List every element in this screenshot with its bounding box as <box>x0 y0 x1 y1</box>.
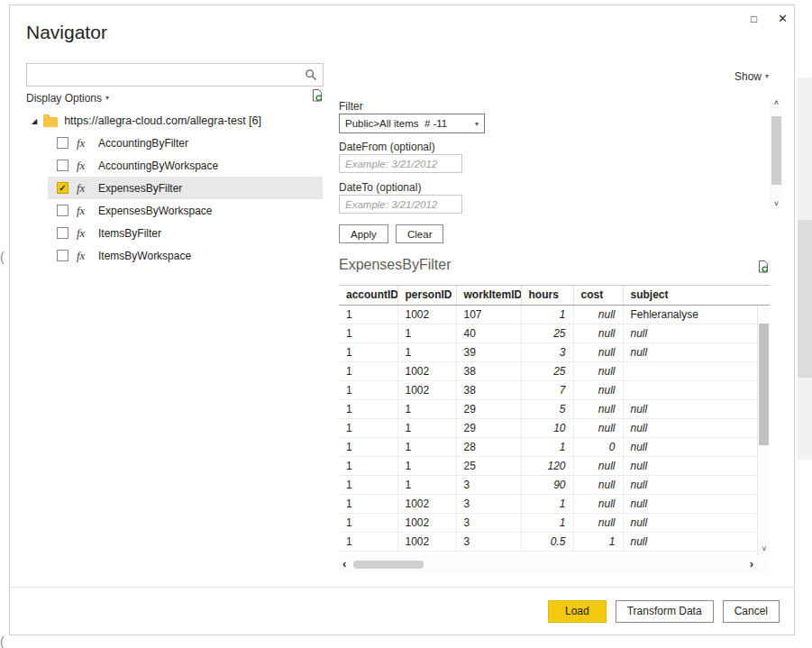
scroll-down-icon[interactable]: ˅ <box>770 199 783 208</box>
table-cell: 1 <box>339 324 397 342</box>
filter-scrollbar[interactable]: ˄ ˅ <box>770 98 783 208</box>
function-icon: fx <box>77 181 90 196</box>
dialog-footer: Load Transform Data Cancel <box>10 587 794 634</box>
display-options-dropdown[interactable]: Display Options▾ <box>26 92 109 105</box>
tree-item[interactable]: fxExpensesByWorkspace <box>48 199 323 222</box>
checkbox[interactable] <box>57 227 68 239</box>
chevron-down-icon: ▾ <box>475 120 479 128</box>
function-icon: fx <box>77 249 90 263</box>
table-cell: 1002 <box>397 513 456 532</box>
tree-item[interactable]: fxItemsByWorkspace <box>48 244 323 267</box>
cancel-button[interactable]: Cancel <box>723 600 780 623</box>
scrollbar-thumb[interactable] <box>771 116 781 185</box>
tree-item-label: ExpensesByWorkspace <box>98 205 213 217</box>
table-cell: null <box>573 380 623 399</box>
table-cell: 1 <box>339 380 397 399</box>
tree-item[interactable]: fxAccountingByWorkspace <box>48 154 323 177</box>
table-row: 11295nullnull <box>339 399 770 418</box>
checkbox[interactable]: ✓ <box>57 182 68 194</box>
table-cell: 1 <box>339 513 397 532</box>
tree-root[interactable]: ◢ https://allegra-cloud.com/allegra-test… <box>32 114 261 127</box>
tree-item[interactable]: fxAccountingByFilter <box>48 132 323 154</box>
table-cell: 7 <box>521 380 573 399</box>
table-row: 112910nullnull <box>339 418 770 437</box>
table-row: 1100230.51null <box>339 532 770 551</box>
table-cell: null <box>573 456 623 475</box>
table-cell: null <box>623 418 770 437</box>
table-row: 1100231nullnull <box>339 494 770 513</box>
search-input[interactable] <box>27 64 305 86</box>
table-cell: 107 <box>456 305 521 324</box>
function-icon: fx <box>77 136 90 151</box>
preview-table-container: accountIDpersonIDworkItemIDhourscostsubj… <box>339 285 770 556</box>
expander-icon[interactable]: ◢ <box>32 117 37 125</box>
tree-item-label: ItemsByWorkspace <box>98 250 191 262</box>
scroll-right-icon[interactable]: › <box>750 557 753 570</box>
minimize-icon[interactable]: □ <box>751 13 757 25</box>
table-row: 114025nullnull <box>339 324 770 342</box>
folder-icon <box>43 117 58 127</box>
table-cell: null <box>573 361 623 380</box>
checkbox[interactable] <box>57 250 68 261</box>
refresh-icon[interactable] <box>310 88 324 107</box>
dateto-field[interactable] <box>339 195 462 214</box>
refresh-icon[interactable] <box>756 260 771 278</box>
table-cell: null <box>623 513 770 532</box>
clear-button[interactable]: Clear <box>396 224 443 243</box>
table-cell: 29 <box>456 418 521 437</box>
scroll-left-icon[interactable]: ‹ <box>342 557 346 570</box>
table-cell: 28 <box>456 437 521 456</box>
table-cell: 1002 <box>397 305 456 324</box>
function-icon: fx <box>77 226 90 241</box>
column-header: personID <box>397 286 456 305</box>
checkbox[interactable] <box>57 137 68 149</box>
table-cell: null <box>623 475 770 494</box>
page-title: Navigator <box>26 22 107 43</box>
table-cell: 1 <box>521 513 573 532</box>
table-cell: 1 <box>521 437 573 456</box>
table-row: 110023825null <box>339 361 770 380</box>
column-header: subject <box>623 286 770 305</box>
datefrom-label: DateFrom (optional) <box>339 141 435 153</box>
preview-title: ExpensesByFilter <box>339 257 452 273</box>
table-cell <box>623 361 770 380</box>
load-button[interactable]: Load <box>548 600 607 623</box>
scroll-down-icon[interactable]: ˅ <box>758 544 771 553</box>
table-cell: 1 <box>521 494 573 513</box>
background-scrollbar-thumb <box>798 220 812 378</box>
table-cell: 1 <box>397 342 456 361</box>
checkbox[interactable] <box>57 205 68 216</box>
table-cell: null <box>573 324 623 342</box>
chevron-down-icon: ▾ <box>105 94 109 102</box>
column-header: hours <box>521 286 573 305</box>
dateto-label: DateTo (optional) <box>339 181 421 194</box>
table-cell: null <box>623 494 770 513</box>
table-cell: 39 <box>456 342 521 361</box>
filter-dropdown-value: Public>All items # -11 <box>345 118 447 129</box>
chevron-down-icon: ▾ <box>765 72 769 80</box>
close-icon[interactable]: ✕ <box>778 12 788 25</box>
scrollbar-thumb[interactable] <box>353 561 424 569</box>
apply-button[interactable]: Apply <box>339 224 388 243</box>
table-vertical-scrollbar[interactable]: ˅ <box>757 306 770 555</box>
tree-items: fxAccountingByFilterfxAccountingByWorksp… <box>48 132 323 267</box>
filter-dropdown[interactable]: Public>All items # -11 ▾ <box>339 114 485 133</box>
checkbox[interactable] <box>57 160 68 171</box>
table-cell: 90 <box>521 475 573 494</box>
table-cell: 40 <box>456 324 521 342</box>
table-cell: null <box>573 305 623 324</box>
table-cell: 1 <box>397 456 456 475</box>
show-dropdown[interactable]: Show▾ <box>734 70 769 83</box>
scroll-up-icon[interactable]: ˄ <box>770 98 783 107</box>
tree-item[interactable]: fxItemsByFilter <box>48 222 323 244</box>
table-cell: 3 <box>456 532 521 551</box>
table-cell: 1 <box>339 399 397 418</box>
search-icon[interactable] <box>305 68 323 81</box>
table-horizontal-scrollbar[interactable]: ‹ › <box>339 557 770 572</box>
scrollbar-thumb[interactable] <box>759 324 769 445</box>
table-cell: 1 <box>339 342 397 361</box>
transform-data-button[interactable]: Transform Data <box>616 600 714 623</box>
table-cell: null <box>573 342 623 361</box>
datefrom-field[interactable] <box>339 154 462 173</box>
tree-item[interactable]: ✓fxExpensesByFilter <box>48 177 323 199</box>
